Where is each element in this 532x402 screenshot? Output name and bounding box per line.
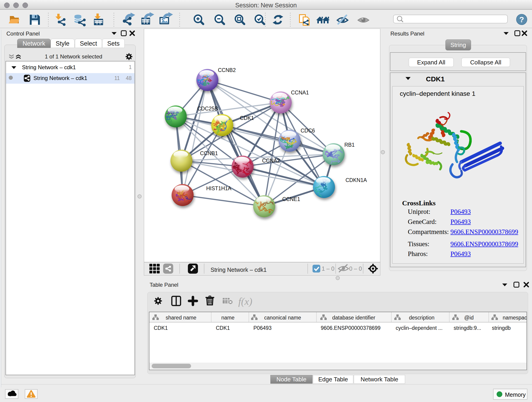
svg-text:CCNB1: CCNB1 <box>200 150 218 156</box>
svg-text:CCNA1: CCNA1 <box>291 89 309 96</box>
svg-text:CDC6: CDC6 <box>301 128 315 134</box>
svg-text:CDK1: CDK1 <box>240 115 254 121</box>
svg-text:CDC25B: CDC25B <box>197 106 218 112</box>
svg-text:CDKN1A: CDKN1A <box>346 177 367 183</box>
svg-text:CCNE1: CCNE1 <box>282 196 300 202</box>
svg-text:CCNB2: CCNB2 <box>218 67 236 73</box>
svg-text:RB1: RB1 <box>344 142 355 148</box>
svg-text:CCNA2: CCNA2 <box>262 158 280 164</box>
svg-text:?: ? <box>519 15 524 24</box>
svg-text:HIST1H1A: HIST1H1A <box>206 185 232 191</box>
